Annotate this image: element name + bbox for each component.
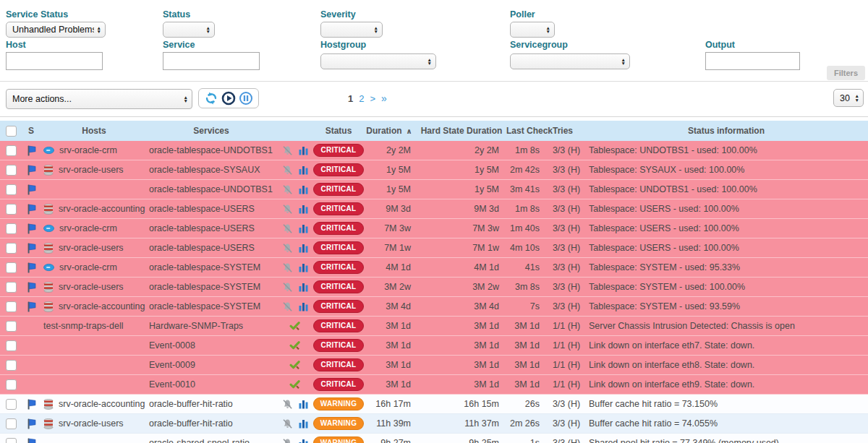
status-badge: WARNING bbox=[313, 397, 364, 410]
col-hard-state-duration[interactable]: Hard State Duration bbox=[417, 126, 506, 136]
col-duration[interactable]: Duration ∧ bbox=[362, 126, 417, 136]
page-2[interactable]: 2 bbox=[359, 93, 364, 104]
host-name[interactable]: srv-oracle-users bbox=[59, 418, 124, 429]
col-status[interactable]: Status bbox=[315, 126, 362, 136]
database-host-icon bbox=[43, 399, 54, 410]
service-name[interactable]: oracle-tablespace-USERS bbox=[149, 243, 255, 253]
page-last[interactable]: » bbox=[381, 93, 387, 104]
service-name[interactable]: oracle-tablespace-USERS bbox=[149, 223, 255, 233]
service-name[interactable]: Event-0009 bbox=[149, 360, 195, 370]
col-tries[interactable]: Tries bbox=[548, 126, 584, 136]
play-button[interactable] bbox=[221, 91, 236, 106]
graph-icon[interactable] bbox=[299, 301, 308, 311]
service-name[interactable]: oracle-tablespace-SYSTEM bbox=[149, 262, 260, 272]
stepper-icon: ▲▼ bbox=[621, 58, 626, 66]
select-all-checkbox[interactable] bbox=[6, 126, 17, 137]
refresh-button[interactable] bbox=[204, 91, 218, 106]
row-select-cell bbox=[0, 321, 22, 332]
service-name[interactable]: Event-0008 bbox=[149, 340, 195, 350]
page-next[interactable]: > bbox=[370, 93, 375, 104]
servicegroup-select[interactable]: ▲▼ bbox=[510, 53, 630, 69]
host-input[interactable] bbox=[6, 52, 103, 70]
graph-icon[interactable] bbox=[299, 438, 308, 443]
graph-icon[interactable] bbox=[299, 399, 308, 409]
row-checkbox[interactable] bbox=[6, 399, 17, 410]
row-checkbox[interactable] bbox=[6, 301, 17, 312]
more-actions-select[interactable]: More actions... ▲▼ bbox=[6, 89, 192, 109]
output-input[interactable] bbox=[705, 52, 800, 70]
host-name[interactable]: srv-oracle-accounting bbox=[59, 301, 145, 311]
graph-icon[interactable] bbox=[299, 204, 308, 214]
page-1[interactable]: 1 bbox=[348, 93, 353, 104]
row-checkbox[interactable] bbox=[6, 340, 17, 351]
graph-icon[interactable] bbox=[299, 223, 308, 233]
service-name[interactable]: oracle-shared-spool-ratio bbox=[149, 438, 250, 443]
table-row: srv-oracle-usersoracle-tablespace-SYSTEM… bbox=[0, 278, 868, 297]
graph-icon[interactable] bbox=[299, 243, 308, 253]
host-name[interactable]: srv-oracle-users bbox=[59, 243, 124, 253]
poller-select[interactable]: ▲▼ bbox=[510, 22, 555, 38]
service-status-select[interactable]: Unhandled Problems ▲▼ bbox=[6, 22, 106, 38]
row-checkbox[interactable] bbox=[6, 243, 17, 254]
row-checkbox[interactable] bbox=[6, 321, 17, 332]
graph-icon[interactable] bbox=[299, 282, 308, 292]
graph-icon[interactable] bbox=[299, 165, 308, 175]
row-checkbox[interactable] bbox=[6, 438, 17, 443]
graph-icon[interactable] bbox=[299, 145, 308, 155]
hard-state-duration-cell: 16h 15m bbox=[417, 399, 506, 409]
service-name[interactable]: oracle-tablespace-USERS bbox=[149, 204, 255, 214]
col-last-check[interactable]: Last Check bbox=[506, 126, 548, 136]
row-checkbox[interactable] bbox=[6, 223, 17, 234]
host-name[interactable]: srv-oracle-crm bbox=[59, 262, 117, 272]
hostgroup-select[interactable]: ▲▼ bbox=[320, 53, 436, 69]
graph-icon[interactable] bbox=[299, 262, 308, 272]
host-name[interactable]: srv-oracle-accounting bbox=[59, 399, 145, 409]
row-checkbox[interactable] bbox=[6, 262, 17, 273]
col-services[interactable]: Services bbox=[148, 126, 275, 136]
pause-button[interactable] bbox=[239, 91, 253, 106]
passive-check-icon bbox=[289, 321, 301, 331]
duration-cell: 3M 1d bbox=[362, 360, 417, 370]
host-name[interactable]: test-snmp-traps-dell bbox=[43, 321, 123, 331]
duration-cell: 1y 5M bbox=[362, 165, 417, 175]
service-name[interactable]: oracle-tablespace-SYSTEM bbox=[149, 282, 260, 292]
status-select[interactable]: ▲▼ bbox=[163, 22, 215, 38]
host-name[interactable]: srv-oracle-crm bbox=[59, 223, 117, 233]
host-name[interactable]: srv-oracle-accounting bbox=[59, 204, 145, 214]
row-checkbox[interactable] bbox=[6, 282, 17, 293]
col-hosts[interactable]: Hosts bbox=[41, 126, 148, 136]
service-name[interactable]: oracle-tablespace-UNDOTBS1 bbox=[149, 145, 273, 155]
service-name[interactable]: oracle-buffer-hit-ratio bbox=[149, 399, 233, 409]
service-name[interactable]: oracle-buffer-hit-ratio bbox=[149, 418, 233, 429]
service-name[interactable]: Event-0010 bbox=[149, 379, 195, 390]
row-checkbox[interactable] bbox=[6, 204, 17, 215]
graph-icon[interactable] bbox=[299, 184, 308, 194]
row-checkbox[interactable] bbox=[6, 184, 17, 195]
filters-button[interactable]: Filters bbox=[827, 66, 865, 80]
row-checkbox[interactable] bbox=[6, 418, 17, 429]
row-checkbox[interactable] bbox=[6, 165, 17, 176]
service-input[interactable] bbox=[163, 52, 260, 70]
service-cell: Event-0010 bbox=[148, 379, 275, 390]
service-name[interactable]: Hardware-SNMP-Traps bbox=[149, 321, 243, 331]
row-checkbox[interactable] bbox=[6, 360, 17, 371]
status-label: Status bbox=[163, 9, 190, 20]
col-status-information[interactable]: Status information bbox=[584, 126, 868, 136]
host-name[interactable]: srv-oracle-crm bbox=[59, 145, 117, 155]
row-checkbox[interactable] bbox=[6, 379, 17, 390]
status-badge: CRITICAL bbox=[313, 202, 363, 215]
host-name[interactable]: srv-oracle-users bbox=[59, 165, 124, 175]
page-size-value: 30 bbox=[840, 93, 852, 103]
host-name[interactable]: srv-oracle-users bbox=[59, 282, 124, 292]
service-icons-cell bbox=[275, 438, 315, 443]
stepper-icon: ▲▼ bbox=[374, 26, 378, 34]
host-cell: srv-oracle-crm bbox=[41, 145, 148, 155]
service-name[interactable]: oracle-tablespace-SYSTEM bbox=[149, 301, 260, 311]
status-cell: CRITICAL bbox=[315, 300, 362, 313]
row-checkbox[interactable] bbox=[6, 145, 17, 156]
severity-select[interactable]: ▲▼ bbox=[320, 22, 383, 38]
graph-icon[interactable] bbox=[299, 418, 308, 429]
page-size-select[interactable]: 30 ▲▼ bbox=[833, 89, 864, 107]
service-name[interactable]: oracle-tablespace-UNDOTBS1 bbox=[149, 184, 273, 194]
service-name[interactable]: oracle-tablespace-SYSAUX bbox=[149, 165, 260, 175]
